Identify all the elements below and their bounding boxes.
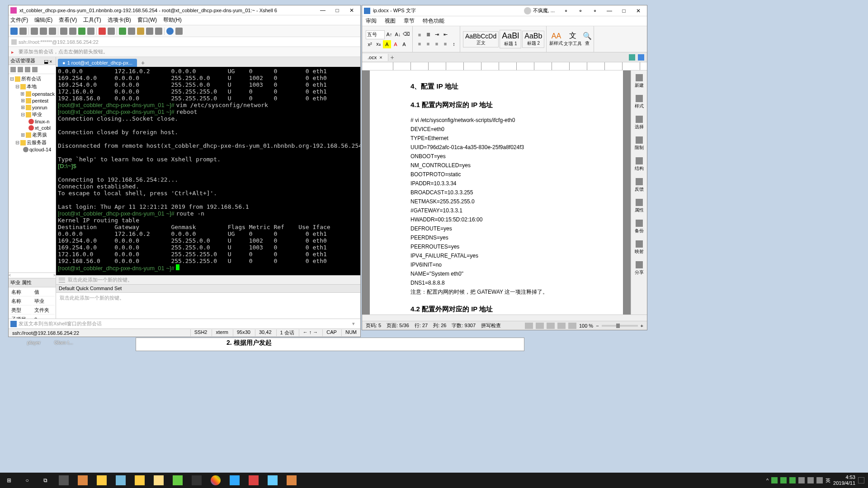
wps-ruler[interactable]	[362, 62, 647, 70]
zoom-out[interactable]: −	[596, 323, 599, 328]
tree-item[interactable]: ⊟毕业	[9, 111, 55, 118]
xshell-titlebar[interactable]: xt_cobbler_dhcp-pxe-dns-yum_01.nbnbnb.or…	[9, 5, 360, 15]
side-new[interactable]: 新建	[635, 74, 644, 89]
taskbar-app[interactable]	[111, 473, 130, 488]
font-color-icon[interactable]: A	[392, 40, 400, 48]
wps-titlebar[interactable]: ip.docx - WPS 文字 不疯魔, ... ⚬ ⚬ ⚬ — □ ✕	[362, 5, 647, 16]
ime-indicator[interactable]: 英	[826, 477, 830, 484]
tree-item[interactable]: linux-n	[9, 118, 55, 125]
view-mode-icon[interactable]	[547, 323, 555, 329]
align-right-icon[interactable]: ≡	[433, 40, 441, 48]
session-tool-icon[interactable]	[10, 67, 16, 72]
justify-icon[interactable]: ≡	[441, 40, 449, 48]
add-doc-tab[interactable]: +	[388, 54, 396, 61]
search-icon[interactable]	[60, 28, 67, 35]
line-spacing-icon[interactable]: ↕	[450, 40, 458, 48]
add-tab-button[interactable]: +	[139, 59, 147, 67]
side-feedback[interactable]: 反馈	[635, 178, 644, 192]
decrease-font-icon[interactable]: A↓	[394, 30, 402, 38]
quick-cmd-body[interactable]: 双击此处添加一个新的按键。	[56, 293, 360, 319]
zoom-slider[interactable]	[602, 325, 638, 327]
toolbar-icon[interactable]	[78, 28, 85, 35]
network-icon[interactable]	[807, 477, 814, 483]
maximize-button[interactable]: □	[617, 7, 631, 15]
side-props[interactable]: 属性	[635, 199, 644, 213]
taskbar-app[interactable]	[92, 473, 111, 488]
font-size-select[interactable]	[366, 30, 385, 39]
tree-item[interactable]: qcloud-14	[9, 146, 55, 153]
tree-item[interactable]: ⊞openstack	[9, 90, 55, 97]
ribbon-tab[interactable]: 审阅	[366, 17, 377, 25]
find-button[interactable]: 查	[585, 40, 590, 47]
superscript-icon[interactable]: x²	[366, 40, 374, 48]
hamburger-icon[interactable]	[59, 278, 65, 282]
ribbon-tab[interactable]: 视图	[385, 17, 396, 25]
task-view-button[interactable]: ⧉	[36, 473, 54, 488]
taskbar-app[interactable]	[168, 473, 187, 488]
tree-item[interactable]: ⊞yonrun	[9, 104, 55, 111]
toolbar-icon[interactable]	[108, 28, 115, 35]
tray-icon[interactable]	[789, 477, 796, 483]
taskbar-app[interactable]	[244, 473, 263, 488]
maximize-button[interactable]: □	[330, 6, 344, 14]
highlight-icon[interactable]: A	[383, 40, 391, 48]
side-select[interactable]: 选择	[635, 116, 644, 130]
taskbar-app[interactable]	[263, 473, 282, 488]
toolbar-icon[interactable]	[155, 28, 162, 35]
send-icon[interactable]	[10, 321, 17, 327]
bullet-list-icon[interactable]: ≡	[415, 31, 424, 39]
indent-icon[interactable]: ⇥	[433, 31, 441, 39]
tree-item[interactable]: ⊟本地	[9, 83, 55, 90]
wps-document-area[interactable]: 4、配置 IP 地址 4.1 配置内网对应的 IP 地址 # vi /etc/s…	[362, 70, 631, 314]
send-dropdown[interactable]: ▾	[352, 321, 359, 327]
terminal-output[interactable]: 0.0.0.0 172.16.0.2 0.0.0.0 UG 0 0 0 eth1…	[56, 67, 360, 275]
view-mode-icon[interactable]	[536, 323, 544, 329]
close-tab-icon[interactable]: ×	[379, 55, 382, 60]
tree-item[interactable]: ⊞老男孩	[9, 131, 55, 139]
session-tool-icon[interactable]	[18, 67, 23, 72]
close-panel-icon[interactable]: ×	[49, 59, 54, 63]
desktop-icon-label[interactable]: Glam t...	[54, 340, 73, 345]
session-tool-icon[interactable]	[25, 67, 30, 72]
session-tool-icon[interactable]	[32, 67, 38, 72]
char-shading-icon[interactable]: A	[400, 40, 408, 48]
taskbar-app[interactable]	[73, 473, 92, 488]
disconnect-icon[interactable]	[99, 28, 106, 35]
align-center-icon[interactable]: ≡	[424, 40, 432, 48]
help-icon[interactable]	[166, 28, 174, 35]
tray-icon[interactable]	[771, 477, 778, 483]
wps-user[interactable]: 不疯魔, ...	[524, 7, 555, 14]
status-pages[interactable]: 页面: 5/36	[387, 322, 409, 329]
tree-root[interactable]: ⊟所有会话	[9, 75, 55, 83]
zoom-in[interactable]: +	[641, 323, 643, 328]
side-map[interactable]: 映射	[635, 240, 644, 255]
notification-icon[interactable]	[858, 477, 864, 483]
style-option[interactable]: AaBbCcDd正文	[463, 31, 499, 47]
minimize-button[interactable]: —	[603, 7, 616, 15]
menu-edit[interactable]: 编辑(E)	[34, 16, 52, 24]
toolbar-icon[interactable]	[19, 28, 27, 35]
text-tools-button[interactable]: 文字工具	[564, 41, 582, 47]
subscript-icon[interactable]: x₂	[374, 40, 382, 48]
arrow-icon[interactable]: ▸	[11, 49, 17, 55]
terminal-tab-active[interactable]: ● 1 root@xt_cobbler_dhcp-px...	[58, 59, 137, 67]
increase-font-icon[interactable]: A↑	[385, 30, 393, 38]
taskbar-app[interactable]	[187, 473, 206, 488]
taskbar-app[interactable]	[206, 473, 225, 488]
view-mode-icon[interactable]	[568, 323, 576, 329]
taskbar-app[interactable]	[54, 473, 73, 488]
ribbon-tab[interactable]: 章节	[404, 17, 415, 25]
menu-window[interactable]: 窗口(W)	[137, 16, 157, 24]
menu-view[interactable]: 查看(V)	[59, 16, 77, 24]
new-session-icon[interactable]	[10, 28, 18, 35]
close-button[interactable]: ✕	[345, 6, 359, 14]
lock-icon[interactable]	[137, 28, 144, 35]
tray-chevron-icon[interactable]: ^	[766, 478, 769, 483]
desktop-icon-label[interactable]: player	[27, 340, 41, 345]
toolbar-icon[interactable]	[128, 28, 135, 35]
taskbar-app[interactable]	[282, 473, 301, 488]
side-style[interactable]: 样式	[635, 95, 644, 109]
align-left-icon[interactable]: ≡	[415, 40, 424, 48]
zoom-level[interactable]: 100 %	[579, 323, 593, 328]
style-option[interactable]: AaBl标题 1	[500, 30, 521, 48]
